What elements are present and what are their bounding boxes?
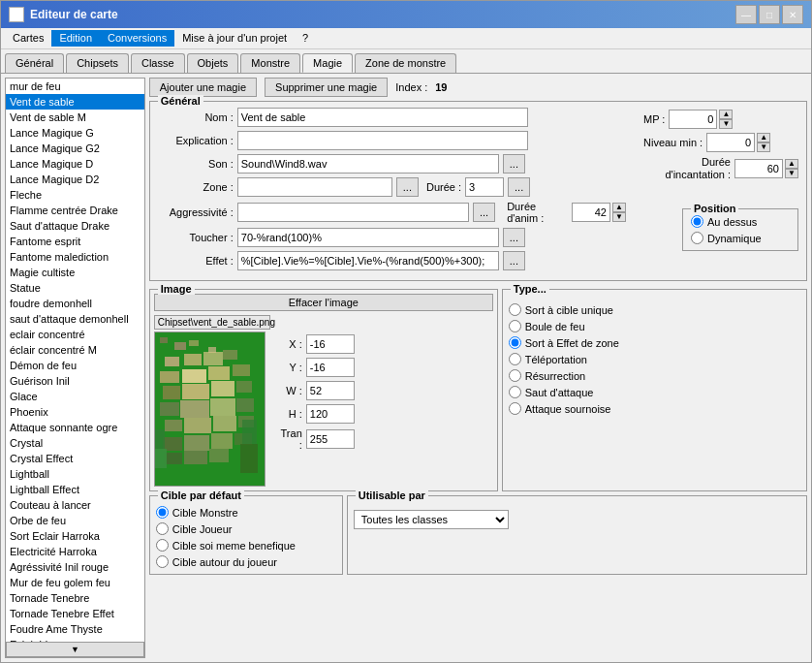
- list-item[interactable]: Tornade Tenebre Effet: [6, 606, 144, 621]
- list-item[interactable]: Tornade Tenebre: [6, 590, 144, 606]
- niveau-min-input[interactable]: [706, 133, 755, 152]
- list-item[interactable]: Crystal: [6, 435, 144, 451]
- explication-input[interactable]: [237, 131, 528, 150]
- duree-anim-input[interactable]: [572, 203, 610, 222]
- list-item[interactable]: Saut d'attaque Drake: [6, 218, 144, 234]
- aggressivite-input[interactable]: [237, 203, 469, 222]
- list-item[interactable]: Fantome malediction: [6, 249, 144, 265]
- list-item[interactable]: Guérison Inil: [6, 373, 144, 389]
- list-item[interactable]: Sort Eclair Harroka: [6, 528, 144, 544]
- minimize-button[interactable]: —: [735, 5, 757, 24]
- duree-browse-btn[interactable]: ...: [508, 177, 530, 197]
- list-item[interactable]: Mur de feu golem feu: [6, 575, 144, 590]
- nom-input[interactable]: [237, 108, 528, 127]
- y-input[interactable]: [306, 358, 355, 377]
- x-input[interactable]: [306, 334, 355, 354]
- list-item[interactable]: Fleche: [6, 187, 144, 203]
- toucher-input[interactable]: [237, 228, 499, 247]
- duree-incantation-down-btn[interactable]: ▼: [785, 169, 798, 178]
- cible-soi-meme-radio[interactable]: [156, 539, 169, 552]
- spell-list-scroll[interactable]: mur de feu Vent de sable Vent de sable M…: [6, 79, 144, 642]
- type-radio-saut-attaque-input[interactable]: [509, 386, 521, 398]
- scroll-down-btn[interactable]: ▼: [6, 642, 144, 657]
- mp-down-btn[interactable]: ▼: [719, 119, 733, 129]
- toucher-browse-btn[interactable]: ...: [503, 228, 525, 247]
- tran-input[interactable]: [306, 429, 355, 449]
- list-item[interactable]: Phoenix: [6, 404, 144, 420]
- cible-joueur-radio[interactable]: [156, 522, 169, 535]
- list-item[interactable]: mur de feu: [6, 79, 144, 94]
- utilisable-select[interactable]: Toutes les classes Guerrier Mage Pretre …: [354, 510, 509, 529]
- tab-magie[interactable]: Magie: [302, 53, 353, 73]
- list-item[interactable]: Crystal Effect: [6, 451, 144, 466]
- list-item[interactable]: Magie cultiste: [6, 265, 144, 280]
- type-radio-cible-unique-input[interactable]: [509, 303, 521, 316]
- type-radio-resurrection-input[interactable]: [509, 369, 521, 382]
- w-input[interactable]: [306, 381, 355, 400]
- clear-image-btn[interactable]: Effacer l'image: [154, 294, 493, 311]
- duree-input[interactable]: [465, 177, 504, 197]
- add-spell-button[interactable]: Ajouter une magie: [149, 78, 257, 97]
- list-item[interactable]: foudre demonhell: [6, 296, 144, 311]
- son-browse-btn[interactable]: ...: [503, 154, 525, 174]
- niveau-min-up-btn[interactable]: ▲: [757, 133, 770, 142]
- niveau-min-down-btn[interactable]: ▼: [757, 142, 770, 152]
- list-item[interactable]: Lance Magique D2: [6, 172, 144, 187]
- menu-maj-projet[interactable]: Mise à jour d'un projet: [174, 30, 295, 47]
- list-item[interactable]: Electricité Harroka: [6, 544, 144, 559]
- type-radio-boule-feu-input[interactable]: [509, 320, 521, 332]
- list-item[interactable]: Couteau à lancer: [6, 497, 144, 513]
- remove-spell-button[interactable]: Supprimer une magie: [265, 78, 388, 97]
- mp-up-btn[interactable]: ▲: [719, 110, 733, 119]
- effet-browse-btn[interactable]: ...: [503, 251, 525, 270]
- position-radio-au-dessus-input[interactable]: [691, 215, 703, 228]
- cible-autour-joueur-radio[interactable]: [156, 555, 169, 568]
- list-item[interactable]: saut d'attaque demonhell: [6, 311, 144, 327]
- list-item[interactable]: Fantome esprit: [6, 234, 144, 249]
- list-item[interactable]: Lance Magique D: [6, 156, 144, 172]
- type-radio-teleportation-input[interactable]: [509, 353, 521, 365]
- list-item-selected[interactable]: Vent de sable: [6, 94, 144, 110]
- tab-classe[interactable]: Classe: [131, 53, 185, 73]
- aggressivite-browse-btn[interactable]: ...: [473, 203, 495, 222]
- h-input[interactable]: [306, 404, 355, 424]
- duree-anim-up-btn[interactable]: ▲: [612, 203, 626, 212]
- tab-objets[interactable]: Objets: [187, 53, 239, 73]
- menu-help[interactable]: ?: [295, 30, 316, 47]
- list-item[interactable]: Lightball Effect: [6, 482, 144, 497]
- list-item[interactable]: Lance Magique G2: [6, 141, 144, 156]
- mp-input[interactable]: [669, 110, 717, 129]
- tab-general[interactable]: Général: [5, 53, 64, 73]
- menu-conversions[interactable]: Conversions: [100, 30, 174, 47]
- list-item[interactable]: Foudre Ame Thyste: [6, 621, 144, 637]
- zone-input[interactable]: [237, 177, 392, 197]
- list-item[interactable]: Lightball: [6, 466, 144, 482]
- list-item[interactable]: éclair concentré M: [6, 342, 144, 358]
- list-item[interactable]: Statue: [6, 280, 144, 296]
- list-item[interactable]: Agréssivité Inil rouge: [6, 559, 144, 575]
- duree-anim-down-btn[interactable]: ▼: [612, 212, 626, 222]
- type-radio-effet-zone-input[interactable]: [509, 336, 521, 349]
- effet-input[interactable]: [237, 251, 499, 270]
- list-item[interactable]: Glace: [6, 389, 144, 404]
- list-item[interactable]: Vent de sable M: [6, 110, 144, 125]
- son-input[interactable]: [237, 154, 499, 174]
- maximize-button[interactable]: □: [759, 5, 780, 24]
- zone-browse-btn[interactable]: ...: [396, 177, 419, 197]
- duree-incantation-up-btn[interactable]: ▲: [785, 159, 798, 169]
- list-item[interactable]: Lance Magique G: [6, 125, 144, 141]
- list-item[interactable]: Démon de feu: [6, 358, 144, 373]
- duree-incantation-input[interactable]: [734, 159, 783, 178]
- list-item[interactable]: eclair concentré: [6, 327, 144, 342]
- list-item[interactable]: Flamme centrée Drake: [6, 203, 144, 218]
- cible-monstre-radio[interactable]: [156, 506, 169, 519]
- menu-cartes[interactable]: Cartes: [5, 30, 51, 47]
- tab-chipsets[interactable]: Chipsets: [66, 53, 129, 73]
- position-radio-dynamique-input[interactable]: [691, 232, 703, 244]
- menu-edition[interactable]: Edition: [51, 30, 100, 47]
- tab-monstre[interactable]: Monstre: [240, 53, 300, 73]
- type-radio-attaque-sournoise-input[interactable]: [509, 402, 521, 415]
- list-item[interactable]: Orbe de feu: [6, 513, 144, 528]
- list-item[interactable]: Attaque sonnante ogre: [6, 420, 144, 435]
- tab-zone-monstre[interactable]: Zone de monstre: [355, 53, 456, 73]
